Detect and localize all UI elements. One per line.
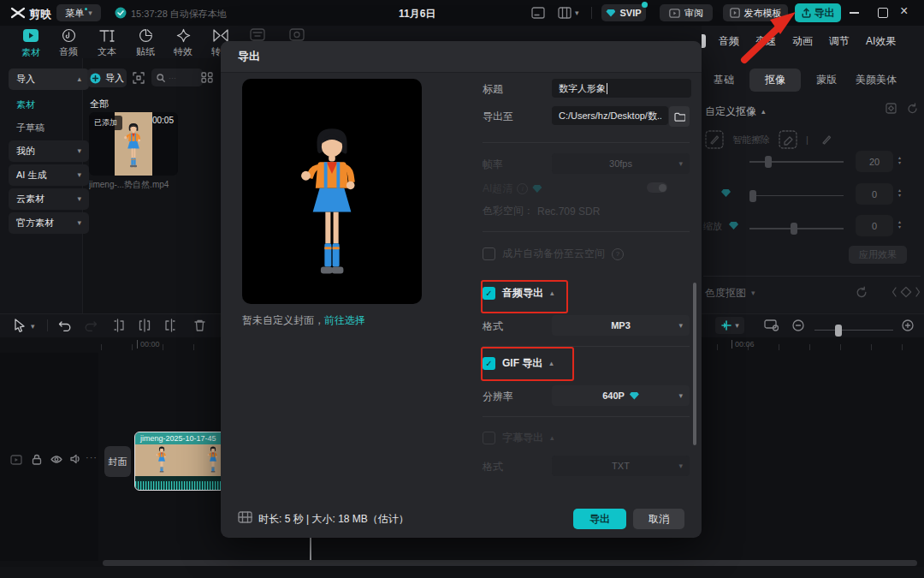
reset-icon[interactable] bbox=[907, 103, 918, 114]
preview-axis-icon[interactable] bbox=[764, 319, 779, 331]
cloud-backup-checkbox[interactable] bbox=[483, 247, 495, 260]
mute-track-icon[interactable] bbox=[70, 454, 81, 464]
sidebar-item-import[interactable]: 导入 ▴ bbox=[9, 69, 89, 90]
chevron-up-icon[interactable]: ▴ bbox=[761, 108, 766, 116]
color-picker-icon[interactable] bbox=[891, 286, 921, 298]
dialog-divider bbox=[483, 231, 690, 232]
smart-erase-label[interactable]: 智能擦除 bbox=[732, 134, 770, 146]
layout-panels-icon[interactable] bbox=[558, 7, 572, 19]
browse-folder-button[interactable] bbox=[669, 106, 690, 127]
select-cursor-icon[interactable] bbox=[14, 319, 26, 332]
tab-ai-effects[interactable]: AI效果 bbox=[866, 34, 896, 49]
clip-frame-girl bbox=[205, 446, 221, 476]
svip-badge[interactable]: SVIP bbox=[601, 4, 646, 21]
maximize-button[interactable] bbox=[878, 8, 888, 18]
path-field-input[interactable]: C:/Users/hz/Desktop/数... bbox=[552, 106, 668, 125]
close-button[interactable]: × bbox=[900, 3, 908, 19]
cover-button[interactable]: 封面 bbox=[104, 446, 131, 477]
grid-view-icon[interactable] bbox=[201, 72, 213, 83]
tab-adjust[interactable]: 调节 bbox=[829, 34, 850, 49]
slider-value-box[interactable]: 0 bbox=[856, 183, 893, 205]
sidebar-item-material[interactable]: 素材 bbox=[16, 98, 35, 111]
snap-toggle[interactable]: ▾ bbox=[715, 317, 744, 334]
choose-cover-link[interactable]: 前往选择 bbox=[324, 313, 365, 328]
slider-handle[interactable] bbox=[791, 223, 797, 235]
slider-feather[interactable] bbox=[749, 195, 844, 197]
chroma-reset-icon[interactable] bbox=[856, 286, 868, 298]
fps-dropdown[interactable]: 30fps ▾ bbox=[552, 153, 690, 174]
chroma-key-section[interactable]: 色度抠图 ▾ bbox=[705, 286, 755, 301]
zoom-out-icon[interactable] bbox=[792, 319, 804, 331]
stepper-down-icon[interactable]: ▾ bbox=[898, 194, 901, 198]
review-button[interactable]: 审阅 bbox=[660, 4, 713, 21]
pen-tool-icon[interactable] bbox=[817, 130, 836, 149]
subtitle-format-dropdown[interactable]: TXT ▾ bbox=[552, 456, 690, 476]
slider-strength[interactable] bbox=[749, 161, 844, 163]
slider-zoom[interactable] bbox=[749, 228, 844, 229]
search-input[interactable]: ··· bbox=[151, 69, 203, 86]
gif-resolution-dropdown[interactable]: 640P ▾ bbox=[552, 385, 690, 406]
stepper-down-icon[interactable]: ▾ bbox=[898, 225, 901, 229]
eraser-tool-icon[interactable] bbox=[779, 130, 797, 149]
value-stepper[interactable]: ▴▾ bbox=[898, 220, 901, 229]
stepper-down-icon[interactable]: ▾ bbox=[898, 161, 901, 165]
media-filter-all[interactable]: 全部 bbox=[90, 98, 109, 110]
value-stepper[interactable]: ▴▾ bbox=[898, 188, 901, 198]
slider-value-box[interactable]: 20 bbox=[856, 151, 893, 172]
sidebar-item-subdraft[interactable]: 子草稿 bbox=[16, 122, 44, 134]
split-right-icon[interactable] bbox=[163, 319, 177, 332]
timeline-zoom-slider[interactable] bbox=[814, 330, 893, 331]
sidebar-item-official[interactable]: 官方素材 ▾ bbox=[9, 212, 89, 234]
rail-tab-effects[interactable]: 特效 bbox=[164, 28, 202, 58]
slider-handle[interactable] bbox=[835, 325, 842, 337]
rail-tab-text[interactable]: 文本 bbox=[88, 28, 126, 58]
subtab-basic[interactable]: 基础 bbox=[705, 69, 743, 92]
chevron-down-icon[interactable]: ▾ bbox=[31, 323, 35, 331]
qr-import-icon[interactable] bbox=[133, 72, 145, 84]
rail-tab-audio[interactable]: 音频 bbox=[50, 28, 87, 58]
media-clip-card[interactable]: 已添加 00:05 bbox=[89, 112, 178, 176]
delete-icon[interactable] bbox=[193, 319, 206, 332]
audio-format-dropdown[interactable]: MP3 ▾ bbox=[552, 315, 690, 336]
slider-value-box[interactable]: 0 bbox=[856, 215, 893, 236]
dialog-export-button[interactable]: 导出 bbox=[573, 509, 626, 529]
split-icon[interactable] bbox=[138, 319, 151, 332]
sidebar-item-cloud[interactable]: 云素材 ▾ bbox=[9, 188, 89, 210]
keyframe-icon[interactable] bbox=[886, 103, 897, 114]
cloud-backup-row[interactable]: 成片自动备份至云空间 ? bbox=[483, 247, 624, 261]
title-field-input[interactable]: 数字人形象 bbox=[552, 79, 691, 98]
brush-tool-icon[interactable] bbox=[705, 130, 724, 149]
value-stepper[interactable]: ▴▾ bbox=[898, 156, 901, 165]
zoom-in-icon[interactable] bbox=[902, 319, 914, 331]
dialog-scrollbar[interactable] bbox=[693, 283, 696, 445]
subtitle-export-row[interactable]: 字幕导出 ▴ bbox=[483, 431, 554, 445]
subtab-cutout[interactable]: 抠像 bbox=[749, 69, 801, 92]
slider-handle[interactable] bbox=[765, 156, 772, 168]
horizontal-scrollbar[interactable] bbox=[103, 560, 917, 566]
more-icon[interactable]: ··· bbox=[86, 452, 98, 462]
apply-effect-button[interactable]: 应用效果 bbox=[849, 246, 907, 264]
slider-handle[interactable] bbox=[749, 190, 756, 202]
split-left-icon[interactable] bbox=[112, 319, 126, 332]
adjust-rail-icon[interactable] bbox=[289, 28, 305, 41]
sidebar-item-ai[interactable]: AI 生成 ▾ bbox=[9, 164, 89, 186]
menu-button[interactable]: 菜单 ▾ bbox=[56, 4, 101, 21]
subtab-mask[interactable]: 蒙版 bbox=[808, 69, 845, 92]
rail-tab-sticker[interactable]: 贴纸 bbox=[127, 28, 164, 58]
import-media-button[interactable]: 导入 bbox=[87, 69, 127, 87]
undo-icon[interactable] bbox=[58, 319, 72, 331]
filter-rail-icon[interactable] bbox=[250, 28, 265, 41]
lock-track-icon[interactable] bbox=[32, 454, 42, 465]
hide-track-icon[interactable] bbox=[50, 455, 62, 464]
section-title: 自定义抠像 bbox=[705, 104, 756, 119]
subtitle-export-checkbox[interactable] bbox=[483, 432, 495, 444]
sidebar-item-mine[interactable]: 我的 ▾ bbox=[9, 140, 89, 162]
rail-tab-media[interactable]: 素材 bbox=[12, 28, 50, 59]
dialog-cancel-button[interactable]: 取消 bbox=[633, 509, 684, 529]
layout-bottom-icon[interactable] bbox=[531, 7, 545, 19]
chevron-down-icon[interactable]: ▾ bbox=[575, 9, 579, 17]
redo-icon[interactable] bbox=[84, 319, 98, 331]
ai-upscale-toggle[interactable] bbox=[647, 182, 667, 193]
subtab-beauty[interactable]: 美颜美体 bbox=[852, 69, 900, 92]
minimize-button[interactable] bbox=[850, 12, 859, 14]
